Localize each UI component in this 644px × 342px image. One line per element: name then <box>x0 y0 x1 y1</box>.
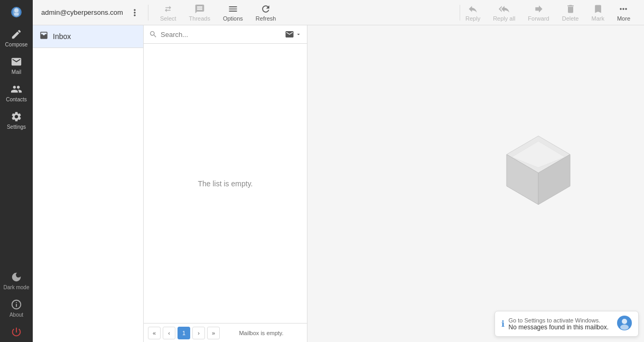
svg-point-9 <box>622 319 627 324</box>
refresh-button[interactable]: Refresh <box>250 2 282 24</box>
page-next-button[interactable]: › <box>192 327 205 339</box>
delete-label: Delete <box>562 15 579 22</box>
settings-icon <box>11 111 22 122</box>
contacts-icon <box>11 83 22 95</box>
account-info: admin@cyberpersons.com <box>37 6 148 19</box>
sidebar-item-power[interactable] <box>0 322 33 342</box>
notification-message: No messages found in this mailbox. <box>509 324 609 331</box>
sidebar-bottom: Dark mode About <box>0 267 33 342</box>
toolbar-right: Reply Reply all Forward Delete Mark More <box>460 2 640 24</box>
more-actions-button[interactable]: More <box>612 2 636 24</box>
toolbar: admin@cyberpersons.com Select Threads Op… <box>33 0 644 25</box>
sidebar-item-about[interactable]: About <box>0 294 33 322</box>
folder-panel: Inbox <box>33 25 144 342</box>
about-icon <box>11 299 22 310</box>
options-button[interactable]: Options <box>218 2 248 24</box>
empty-illustration <box>486 126 591 223</box>
compose-icon <box>11 28 22 40</box>
user-avatar <box>617 316 632 332</box>
sidebar-item-dark-mode[interactable]: Dark mode <box>0 267 33 294</box>
delete-button[interactable]: Delete <box>557 2 584 24</box>
mail-filter-icon <box>285 30 294 39</box>
refresh-icon <box>260 4 271 14</box>
main-area: admin@cyberpersons.com Select Threads Op… <box>33 0 644 342</box>
avatar-icon <box>617 316 632 330</box>
page-last-button[interactable]: » <box>207 327 220 339</box>
threads-button[interactable]: Threads <box>184 2 216 24</box>
delete-icon <box>565 4 576 14</box>
pagination-controls: « ‹ 1 › » <box>148 327 220 339</box>
page-current-button[interactable]: 1 <box>178 327 190 339</box>
logo-icon <box>11 6 22 18</box>
svg-point-10 <box>620 325 629 330</box>
sidebar-item-contacts[interactable]: Contacts <box>0 79 33 107</box>
box-svg <box>486 126 591 221</box>
sidebar-compose-label: Compose <box>5 42 28 48</box>
refresh-label: Refresh <box>256 15 276 22</box>
reply-all-label: Reply all <box>493 15 515 22</box>
reply-all-icon <box>499 4 509 14</box>
select-label: Select <box>160 15 176 22</box>
page-first-button[interactable]: « <box>148 327 161 339</box>
toolbar-actions: Select Threads Options Refresh <box>148 2 460 24</box>
email-list-footer: « ‹ 1 › » Mailbox is empty. <box>144 323 307 342</box>
more-button[interactable] <box>127 6 142 19</box>
options-icon <box>228 4 238 14</box>
forward-icon <box>534 4 544 14</box>
sidebar-item-mail[interactable]: Mail <box>0 52 33 79</box>
sidebar-dark-mode-label: Dark mode <box>4 284 30 290</box>
sidebar-contacts-label: Contacts <box>6 97 26 102</box>
mark-icon <box>593 4 603 14</box>
search-input[interactable] <box>161 31 282 39</box>
threads-icon <box>194 4 205 14</box>
email-list-panel: The list is empty. « ‹ 1 › » Mailbox is … <box>144 25 307 342</box>
svg-point-2 <box>14 8 18 13</box>
empty-message: The list is empty. <box>198 179 253 188</box>
mark-button[interactable]: Mark <box>586 2 609 24</box>
chevron-down-icon <box>295 31 302 37</box>
reply-label: Reply <box>465 15 480 22</box>
select-button[interactable]: Select <box>155 2 182 24</box>
folder-label: Inbox <box>53 32 71 41</box>
more-vert-icon <box>129 7 140 18</box>
inbox-icon <box>39 31 49 42</box>
email-list-body: The list is empty. <box>144 44 307 323</box>
mail-icon <box>11 56 22 68</box>
reply-all-button[interactable]: Reply all <box>488 2 520 24</box>
sidebar-mail-label: Mail <box>12 69 21 75</box>
sidebar-item-settings[interactable]: Settings <box>0 107 33 134</box>
forward-label: Forward <box>528 15 549 22</box>
info-icon: ℹ <box>501 319 505 329</box>
reply-button[interactable]: Reply <box>460 2 486 24</box>
sidebar-logo[interactable] <box>0 2 33 22</box>
reply-icon <box>468 4 478 14</box>
mailbox-status: Mailbox is empty. <box>239 330 283 336</box>
notification-bar: ℹ Go to Settings to activate Windows. No… <box>494 311 639 337</box>
win-activation-text: Go to Settings to activate Windows. <box>509 317 609 324</box>
page-prev-button[interactable]: ‹ <box>163 327 175 339</box>
options-label: Options <box>223 15 243 22</box>
search-bar <box>144 25 307 44</box>
sidebar-item-compose[interactable]: Compose <box>0 24 33 52</box>
content-area: Inbox The list is empty. « ‹ 1 <box>33 25 644 342</box>
notification-text: Go to Settings to activate Windows. No m… <box>509 317 609 331</box>
folder-header[interactable]: Inbox <box>33 25 143 48</box>
search-filter-button[interactable] <box>285 30 302 39</box>
sidebar-about-label: About <box>10 312 23 318</box>
power-icon <box>11 326 22 338</box>
sidebar: Compose Mail Contacts Settings Dark mode <box>0 0 33 342</box>
select-icon <box>163 4 173 14</box>
search-icon <box>149 30 157 39</box>
mark-label: Mark <box>591 15 604 22</box>
more-label: More <box>617 15 630 22</box>
forward-button[interactable]: Forward <box>522 2 554 24</box>
svg-rect-3 <box>14 13 19 16</box>
message-panel: ℹ Go to Settings to activate Windows. No… <box>307 25 644 342</box>
more-horiz-icon <box>618 4 629 14</box>
threads-label: Threads <box>189 15 210 22</box>
account-email: admin@cyberpersons.com <box>41 8 123 16</box>
sidebar-settings-label: Settings <box>7 124 26 130</box>
dark-mode-icon <box>11 271 22 283</box>
